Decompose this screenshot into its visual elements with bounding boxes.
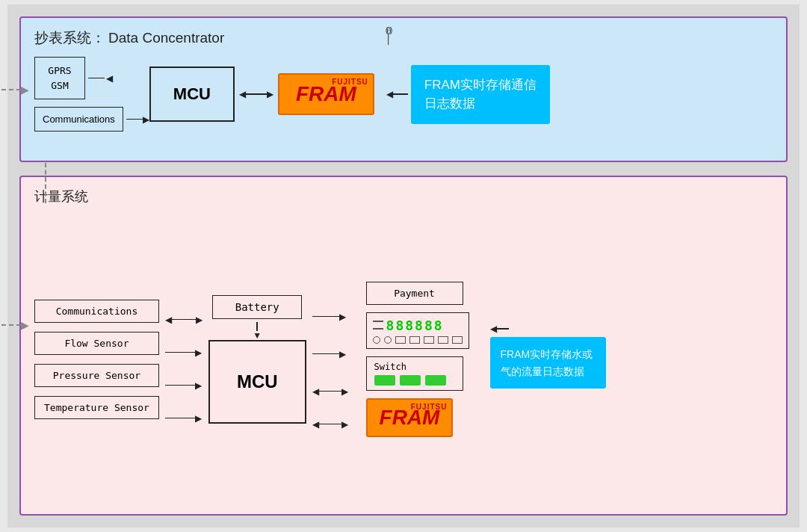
fram-callout-arrow-top: ◀ xyxy=(386,89,408,99)
gprs-row: GPRS GSM ◀ xyxy=(34,57,113,99)
gprs-gsm-box: GPRS GSM xyxy=(34,57,85,99)
pressure-sensor-box: Pressure Sensor xyxy=(34,364,159,387)
gprs-double-arrow: ◀ xyxy=(88,73,113,84)
seg-digit-1: 8 xyxy=(386,318,395,333)
callout-arrow-col: ◀ FRAM实时存储水或 气的流量日志数据 xyxy=(490,324,606,389)
pressure-sensor-label: Pressure Sensor xyxy=(53,370,140,381)
comms-box-top: Communications xyxy=(34,107,123,132)
bottom-content: Communications Flow Sensor Pressure Sens… xyxy=(34,214,773,504)
comms-row-top: Communications ▶ xyxy=(34,107,149,132)
communications-label-bottom: Communications xyxy=(56,306,138,317)
right-col: Payment 8 8 8 8 8 xyxy=(366,282,486,437)
seg-digit-2: 8 xyxy=(395,318,404,333)
callout-arrow-row: ◀ xyxy=(490,324,509,334)
top-title: 抄表系统：Data Concentrator xyxy=(34,28,773,48)
payment-label: Payment xyxy=(394,288,435,299)
mcu-label-top: MCU xyxy=(173,84,211,103)
top-center-row: GPRS GSM ◀ Communications ▶ xyxy=(34,57,773,132)
fram-arrow-bottom: ◀ ▶ xyxy=(312,414,348,435)
seg-digit-4: 8 xyxy=(415,318,423,333)
right-arrows: ▶ ▶ ◀ ▶ ◀ ▶ xyxy=(312,306,348,435)
temperature-sensor-label: Temperature Sensor xyxy=(44,402,149,413)
bottom-title: 计量系统 xyxy=(34,188,773,205)
switch-btn-3[interactable] xyxy=(425,375,446,386)
fram-callout-arrow-bottom-container: ◀ FRAM实时存储水或 气的流量日志数据 xyxy=(490,324,606,395)
pressure-arrow: ▶ xyxy=(165,374,202,398)
callout-box-bottom: FRAM实时存储水或 气的流量日志数据 xyxy=(490,337,606,389)
battery-mcu-arrow: ▼ xyxy=(253,322,262,340)
display-line-2 xyxy=(373,328,383,330)
wifi-icon: ((·)) xyxy=(386,25,392,45)
top-section: ((·)) 抄表系统：Data Concentrator ▶ GPRS GSM … xyxy=(19,16,788,162)
communications-box-bottom: Communications xyxy=(34,300,159,323)
bottom-section: 计量系统 ▶ Communications Flow Sensor Pressu… xyxy=(19,176,788,516)
temp-arrow: ▶ xyxy=(165,406,202,430)
switch-box: Switch xyxy=(366,356,463,391)
battery-label: Battery xyxy=(235,301,279,313)
seg-digit-5: 8 xyxy=(424,318,433,333)
flow-sensor-label: Flow Sensor xyxy=(64,338,129,349)
switch-label: Switch xyxy=(374,362,455,372)
fram-box-bottom: FUJITSU FRAM xyxy=(366,398,454,437)
temperature-sensor-box: Temperature Sensor xyxy=(34,396,159,419)
mcu-label-bottom: MCU xyxy=(237,371,278,392)
top-title-cn: 抄表系统： xyxy=(34,30,105,46)
display-arrow: ▶ xyxy=(312,339,346,369)
bottom-section-dashed-arrow: ▶ xyxy=(0,319,29,331)
display-rect-1 xyxy=(395,336,406,344)
switch-arrow: ◀ ▶ xyxy=(312,381,348,402)
callout-box-top: FRAM实时存储通信 日志数据 xyxy=(411,65,550,124)
display-bottom-row xyxy=(373,336,463,344)
fram-box-top: FUJITSU FRAM xyxy=(278,73,374,115)
comms-label-top: Communications xyxy=(43,114,115,125)
switch-btn-2[interactable] xyxy=(400,375,421,386)
flow-sensor-box: Flow Sensor xyxy=(34,332,159,355)
fujitsu-label-bottom: FUJITSU xyxy=(411,403,448,411)
switch-inner xyxy=(374,375,455,386)
comms-arrow-top: ▶ xyxy=(126,114,149,125)
display-rect-2 xyxy=(409,336,420,344)
display-rect-5 xyxy=(452,336,463,344)
display-line-1 xyxy=(373,321,383,322)
display-circle-1 xyxy=(373,336,380,344)
gprs-label: GPRS GSM xyxy=(46,64,74,93)
main-container: ((·)) 抄表系统：Data Concentrator ▶ GPRS GSM … xyxy=(7,4,800,528)
callout-text-bottom: FRAM实时存储水或 气的流量日志数据 xyxy=(501,348,593,377)
flow-arrow: ▶ xyxy=(165,341,202,365)
display-lines xyxy=(373,321,383,330)
display-rect-3 xyxy=(424,336,434,344)
display-circle-2 xyxy=(384,336,392,344)
bottom-title-cn: 计量系统 xyxy=(34,189,88,204)
seg-digit-3: 8 xyxy=(405,318,413,333)
center-col: Battery ▼ MCU xyxy=(208,295,306,424)
gprs-comms-col: GPRS GSM ◀ Communications ▶ xyxy=(34,57,149,132)
display-box: 8 8 8 8 8 8 xyxy=(366,312,469,349)
display-inner: 8 8 8 8 8 8 xyxy=(373,318,463,333)
mcu-fram-arrow-top: ◀ ▶ xyxy=(239,89,273,99)
seg-digit-6: 8 xyxy=(434,318,442,333)
callout-text-top: FRAM实时存储通信 日志数据 xyxy=(424,78,537,111)
sensor-arrows: ◀ ▶ ▶ ▶ ▶ xyxy=(165,308,202,430)
payment-arrow: ▶ xyxy=(312,306,346,327)
mcu-box-bottom: MCU xyxy=(208,340,306,424)
display-rect-4 xyxy=(438,336,448,344)
sensors-col: Communications Flow Sensor Pressure Sens… xyxy=(34,300,159,419)
top-title-en: Data Concentrator xyxy=(108,30,224,46)
battery-box: Battery xyxy=(212,295,302,319)
switch-btn-1[interactable] xyxy=(374,375,395,386)
mcu-box-top: MCU xyxy=(149,66,235,122)
comms-arrow-bottom: ◀ ▶ xyxy=(165,308,202,332)
fujitsu-label-top: FUJITSU xyxy=(332,78,368,86)
top-section-dashed-arrow: ▶ xyxy=(0,84,29,96)
dashed-vertical-connector xyxy=(45,163,46,203)
payment-box: Payment xyxy=(366,282,463,305)
seven-seg-display: 8 8 8 8 8 8 xyxy=(386,318,442,333)
